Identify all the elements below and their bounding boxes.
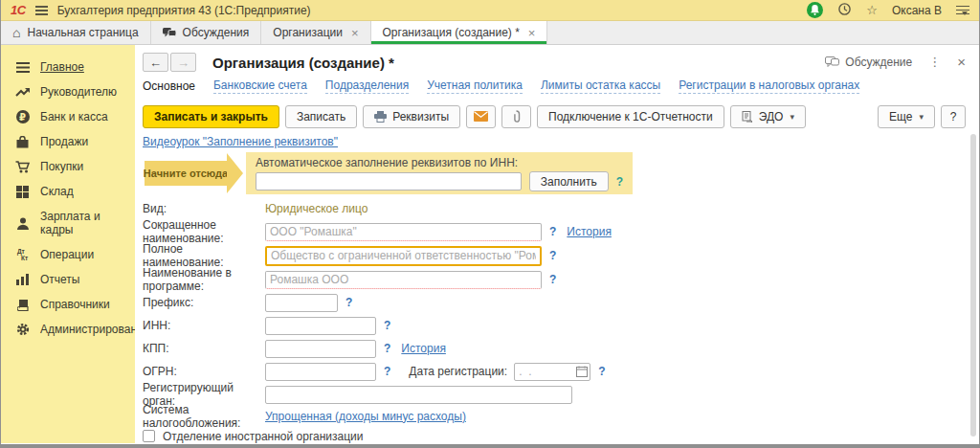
sidebar-item-bank-cash[interactable]: ₽ Банк и касса [1,104,135,129]
kpp-history-link[interactable]: История [401,342,446,355]
forward-button[interactable]: → [170,53,196,72]
form-row-foreign-division: Отделение иностранной организации [143,426,979,446]
form-row-prefix: Префикс: ? [143,291,979,314]
sidebar-item-sales[interactable]: Продажи [1,129,135,154]
prefix-help-link[interactable]: ? [345,296,352,309]
window-tab-bar: ⌂ Начальная страница Обсуждения Организа… [1,21,979,45]
program-name-label: Наименование в программе: [143,266,265,293]
kpp-input[interactable] [265,340,376,358]
form-row-kind: Вид: Юридическое лицо [143,197,979,220]
user-menu[interactable]: Оксана В [892,4,942,17]
full-name-help-link[interactable]: ? [549,249,556,262]
calendar-icon [576,366,588,377]
close-tab-icon[interactable]: × [528,26,536,40]
connect-1c-reporting-button[interactable]: Подключение к 1С-Отчетности [537,105,724,128]
notifications-button[interactable] [807,2,823,18]
kebab-menu-icon[interactable]: ⋮ [928,55,941,69]
sidebar-item-salary-hr[interactable]: Зарплата и кадры [1,204,135,242]
sidebar-item-manager[interactable]: Руководителю [1,79,135,104]
bar-chart-icon [14,274,31,285]
chat-icon [163,28,176,38]
form-row-program-name: Наименование в программе: ? [143,268,979,291]
main-menu-icon[interactable] [35,4,48,17]
sidebar-item-main[interactable]: Главное [1,55,135,79]
full-name-input[interactable] [265,246,542,266]
tab-accounting-policy[interactable]: Учетная политика [427,78,523,94]
inn-autofill-panel: Автоматическое заполнение реквизитов по … [246,152,633,194]
section-sidebar: Главное Руководителю ₽ Банк и касса Прод… [1,45,135,443]
sidebar-item-label: Покупки [40,160,83,173]
sidebar-item-label: Справочники [40,298,110,311]
sidebar-item-label: Отчеты [40,273,79,286]
ruble-circle-icon: ₽ [14,110,31,123]
ogrn-help-link[interactable]: ? [384,365,390,378]
requisites-label: Реквизиты [392,110,449,123]
fill-button[interactable]: Заполнить [529,171,609,191]
sidebar-item-administration[interactable]: Администрирование [1,317,135,342]
history-button[interactable] [837,2,852,19]
favorites-button[interactable]: ☆ [866,4,878,16]
back-button[interactable]: ← [143,53,168,72]
sidebar-item-directories[interactable]: Справочники [1,292,135,317]
attachments-button[interactable] [501,105,531,128]
help-button[interactable]: ? [941,105,966,128]
ogrn-input[interactable] [265,363,376,381]
form-row-ogrn: ОГРН: ? Дата регистрации: [143,360,979,383]
form-row-kpp: КПП: ? История [143,337,979,360]
tab-subdivisions[interactable]: Подразделения [325,78,409,94]
sidebar-item-reports[interactable]: Отчеты [1,267,135,292]
reg-organ-input[interactable] [265,386,572,404]
requisites-button[interactable]: Реквизиты [363,105,460,128]
inn-fill-help-link[interactable]: ? [616,175,623,189]
tab-main[interactable]: Основное [143,79,195,94]
program-name-help-link[interactable]: ? [549,273,556,286]
save-and-close-button[interactable]: Записать и закрыть [143,105,279,128]
cart-icon [14,161,31,173]
tab-bank-accounts[interactable]: Банковские счета [213,78,307,94]
bag-icon [14,136,31,148]
vertical-scrollbar-thumb[interactable] [970,134,976,437]
reg-date-help-link[interactable]: ? [598,365,605,378]
program-name-input[interactable] [265,271,542,289]
save-button[interactable]: Записать [285,105,357,128]
tax-system-link[interactable]: Упрощенная (доходы минус расходы) [265,410,466,423]
dt-kt-icon: ДтКт [14,248,31,261]
tab-cash-limits[interactable]: Лимиты остатка кассы [541,78,660,94]
sidebar-item-warehouse[interactable]: Склад [1,179,135,204]
tab-home[interactable]: ⌂ Начальная страница [1,21,151,44]
discussion-button[interactable]: Обсуждение [825,56,912,69]
video-lesson-link[interactable]: Видеоурок "Заполнение реквизитов" [143,135,338,148]
form-toolbar: Записать и закрыть Записать Реквизиты [143,104,979,128]
kpp-help-link[interactable]: ? [384,342,390,355]
short-name-history-link[interactable]: История [567,225,612,238]
tab-discussions[interactable]: Обсуждения [151,21,262,44]
sidebar-item-label: Руководителю [40,85,117,99]
prefix-input[interactable] [265,294,338,312]
tab-organizations[interactable]: Организации × [261,21,370,44]
close-form-icon[interactable]: × [957,54,966,70]
inn-help-link[interactable]: ? [384,319,390,332]
inn-autofill-input[interactable] [256,172,522,190]
calendar-button[interactable] [576,366,588,377]
tab-organization-new-label: Организация (создание) * [383,26,520,39]
tax-system-label: Система налогообложения: [143,403,265,430]
tab-tax-registrations[interactable]: Регистрации в налоговых органах [679,78,859,94]
sidebar-item-purchases[interactable]: Покупки [1,154,135,179]
sidebar-item-operations[interactable]: ДтКт Операции [1,242,135,267]
short-name-input[interactable] [265,223,542,241]
trend-arrow-icon [14,86,31,98]
edo-button[interactable]: ЭДО ▾ [730,105,806,128]
menu-lines-icon [14,62,31,73]
prefix-label: Префикс: [143,296,265,309]
kind-value[interactable]: Юридическое лицо [265,202,368,215]
tab-organization-new[interactable]: Организация (создание) * × [371,21,548,44]
short-name-help-link[interactable]: ? [549,225,556,238]
star-icon: ☆ [866,3,878,17]
inn-input[interactable] [265,317,376,335]
more-button[interactable]: Еще ▾ [878,105,935,128]
send-email-button[interactable] [466,105,496,128]
service-menu-icon[interactable] [956,3,969,17]
foreign-division-checkbox[interactable] [143,430,155,442]
start-here-label: Начните отсюда [144,168,228,179]
close-tab-icon[interactable]: × [351,26,359,40]
